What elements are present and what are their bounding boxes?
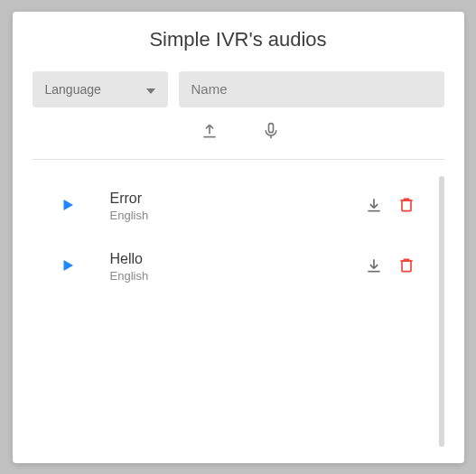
play-button[interactable] <box>60 257 76 276</box>
upload-button[interactable] <box>197 118 222 146</box>
audio-list: Error English <box>33 176 434 447</box>
language-select-label: Language <box>45 82 101 97</box>
audio-title: Hello <box>110 251 365 267</box>
audios-card: Simple IVR's audios Language <box>13 12 464 463</box>
download-button[interactable] <box>365 196 383 217</box>
svg-rect-0 <box>268 123 273 132</box>
mic-icon <box>262 129 280 143</box>
divider <box>33 159 444 160</box>
row-actions <box>365 196 415 217</box>
page-title: Simple IVR's audios <box>33 28 444 51</box>
row-actions <box>365 256 415 277</box>
play-icon <box>60 263 76 276</box>
scrollbar[interactable] <box>439 176 444 447</box>
audio-language: English <box>110 209 365 222</box>
play-icon <box>60 202 76 216</box>
toolbar <box>33 118 444 146</box>
list-wrap: Error English <box>33 176 444 447</box>
upload-icon <box>201 129 219 143</box>
download-button[interactable] <box>365 256 383 277</box>
download-icon <box>365 264 383 277</box>
row-text: Hello English <box>110 251 365 283</box>
filters-row: Language <box>33 71 444 107</box>
audio-title: Error <box>110 191 365 207</box>
svg-rect-1 <box>402 200 411 211</box>
record-button[interactable] <box>258 118 284 146</box>
list-item: Error English <box>33 176 423 237</box>
trash-icon <box>397 203 415 217</box>
name-input[interactable] <box>179 71 444 107</box>
list-item: Hello English <box>33 237 423 297</box>
audio-language: English <box>110 269 365 283</box>
play-button[interactable] <box>60 197 76 216</box>
download-icon <box>365 203 383 217</box>
chevron-down-icon <box>146 82 155 97</box>
delete-button[interactable] <box>397 256 415 277</box>
row-text: Error English <box>110 191 365 222</box>
trash-icon <box>397 264 415 277</box>
language-select[interactable]: Language <box>33 71 168 107</box>
delete-button[interactable] <box>397 196 415 217</box>
svg-rect-2 <box>402 261 411 272</box>
